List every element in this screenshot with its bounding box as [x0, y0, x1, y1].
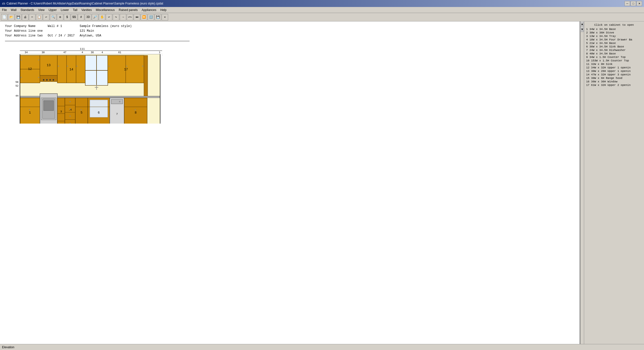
toolbar-button-17[interactable]: →: [120, 14, 126, 21]
toolbar-button-21[interactable]: 🔢: [148, 14, 154, 21]
svg-rect-22: [40, 75, 57, 82]
svg-point-46: [108, 66, 110, 67]
svg-point-48: [142, 66, 143, 67]
right-scroll[interactable]: ▲ ▼: [580, 22, 584, 344]
maximize-button[interactable]: □: [630, 1, 636, 6]
svg-rect-13: [20, 69, 40, 83]
cabinet-list-item[interactable]: 1 34W x 34.5H Base: [584, 28, 644, 31]
cabinet-list-item[interactable]: 16 36W x 36H Window: [584, 80, 644, 83]
toolbar-button-19[interactable]: ⏮: [134, 14, 140, 21]
toolbar-button-5[interactable]: 📋: [36, 14, 42, 21]
toolbar-button-10[interactable]: $$: [71, 14, 77, 21]
titlebar-controls[interactable]: ─ □ ✕: [624, 1, 642, 6]
toolbar-button-2[interactable]: 💾: [15, 14, 22, 21]
toolbar-button-3[interactable]: 🖨: [22, 14, 28, 21]
close-button[interactable]: ✕: [636, 1, 642, 6]
city-state: Anytown, USA: [80, 34, 137, 38]
address1-label: Your Address line one: [5, 29, 48, 34]
svg-point-24: [46, 79, 48, 81]
menu-item-standards[interactable]: Standards: [18, 7, 36, 13]
cabinet-list-item[interactable]: 14 47W x 32H Upper 3 openin: [584, 73, 644, 76]
toolbar-button-9[interactable]: $: [64, 14, 70, 21]
cabinet-list-item[interactable]: 5 21W x 34.5H Base: [584, 42, 644, 45]
svg-point-26: [53, 79, 54, 81]
company-label: Your Company Name: [5, 24, 48, 29]
toolbar-button-14[interactable]: ✋: [99, 14, 105, 21]
toolbar-button-22[interactable]: 💾: [155, 14, 161, 21]
menu-item-help[interactable]: Help: [158, 7, 168, 13]
toolbar-button-23[interactable]: ✕: [162, 14, 168, 21]
cabinet-list-item[interactable]: 3 13W x 34.5H Tray: [584, 35, 644, 38]
menu-item-raised panels[interactable]: Raised panels: [117, 7, 140, 13]
svg-point-23: [43, 79, 44, 81]
svg-point-72: [70, 101, 70, 102]
svg-text:1: 1: [159, 51, 160, 54]
menu-item-tall[interactable]: Tall: [71, 7, 79, 13]
cabinet-list-item[interactable]: 10 153W x 1.5H Counter Top: [584, 59, 644, 62]
svg-text:58: 58: [16, 81, 18, 84]
menu-item-appliances[interactable]: Appliances: [140, 7, 158, 13]
svg-text:7: 7: [116, 113, 118, 116]
menu-item-wall[interactable]: Wall: [9, 7, 18, 13]
elevation-container: 111 34 30 47 4 36 4 61 1 12: [8, 46, 572, 124]
svg-text:44: 44: [16, 95, 18, 97]
cabinet-list-item[interactable]: 8 40W x 34.5H Base: [584, 52, 644, 56]
cabinet-list-item[interactable]: 6 36W x 34.5H Sink Base: [584, 45, 644, 49]
svg-rect-43: [108, 56, 126, 83]
cabinet-list-item[interactable]: 9 34W x 1.5H Counter Top: [584, 56, 644, 59]
menubar: FileWallStandardsViewUpperLowerTallVanit…: [0, 7, 644, 13]
toolbar-button-15[interactable]: ↩: [106, 14, 112, 21]
toolbar-button-18[interactable]: ↩↪: [127, 14, 133, 21]
elevation-svg[interactable]: 111 34 30 47 4 36 4 61 1 12: [8, 46, 162, 124]
menu-item-upper[interactable]: Upper: [47, 7, 59, 13]
svg-rect-30: [76, 56, 85, 83]
cabinet-list-item[interactable]: 13 30W x 26H Upper 1 openin: [584, 69, 644, 73]
toolbar-button-11[interactable]: #: [78, 14, 84, 21]
toolbar-button-1[interactable]: 📂: [8, 14, 14, 21]
cabinet-list-items: 1 34W x 34.5H Base2 30W x 36H Stove3 13W…: [584, 28, 644, 87]
svg-rect-44: [126, 56, 144, 83]
cabinet-list-item[interactable]: 17 61W x 32H Upper 2 openin: [584, 83, 644, 87]
header-divider: [5, 41, 190, 41]
svg-point-25: [50, 79, 51, 81]
cabinet-list-item[interactable]: 2 30W x 36H Stove: [584, 31, 644, 35]
toolbar-button-12[interactable]: 3D: [85, 14, 91, 21]
toolbar-button-7[interactable]: 🔍: [50, 14, 56, 21]
toolbar-button-4[interactable]: ✂: [29, 14, 36, 21]
svg-text:6: 6: [98, 111, 100, 115]
cabinet-list-item[interactable]: 7 24W x 34.5H Dishwasher: [584, 49, 644, 52]
svg-text:4: 4: [102, 51, 103, 54]
svg-rect-81: [90, 100, 108, 117]
cabinet-list-item[interactable]: 4 18W x 34.5H Four Drawer Ba: [584, 38, 644, 42]
menu-item-vanities[interactable]: Vanities: [79, 7, 94, 13]
toolbar-button-16[interactable]: ↪: [113, 14, 119, 21]
svg-text:17: 17: [124, 68, 128, 71]
svg-point-18: [38, 77, 39, 78]
menu-item-view[interactable]: View: [36, 7, 47, 13]
minimize-button[interactable]: ─: [624, 1, 630, 6]
address2-label: Your Address line two: [5, 34, 48, 38]
menu-item-lower[interactable]: Lower: [58, 7, 71, 13]
svg-text:1: 1: [162, 54, 162, 56]
toolbar-button-8[interactable]: ⚙: [57, 14, 63, 21]
svg-text:5: 5: [80, 111, 82, 115]
svg-point-16: [21, 77, 22, 78]
svg-text:34: 34: [25, 51, 28, 54]
cabinet-list-item[interactable]: 11 32W x 0H Sink: [584, 62, 644, 66]
toolbar-button-20[interactable]: ⏩: [141, 14, 147, 21]
cabinet-list-item[interactable]: 12 34W x 32H Upper 1 openin: [584, 66, 644, 69]
date-value: Oct / 24 / 2017: [48, 34, 80, 38]
menu-item-file[interactable]: File: [0, 7, 9, 13]
svg-text:3: 3: [60, 110, 62, 113]
svg-text:61: 61: [118, 51, 121, 54]
title-bar: 🗃 Cabinet Planner - C:\Users\Robert McAl…: [0, 0, 644, 7]
svg-point-56: [29, 109, 30, 110]
menu-item-miscellaneous[interactable]: Miscellaneous: [94, 7, 117, 13]
toolbar-button-0[interactable]: 📄: [1, 14, 8, 21]
cabinet-list-item[interactable]: 15 30W x 6H Range hood: [584, 76, 644, 80]
svg-point-15: [21, 59, 22, 60]
toolbar-button-13[interactable]: 🔎: [92, 14, 98, 21]
svg-rect-49: [144, 56, 148, 97]
svg-text:1: 1: [29, 111, 31, 115]
toolbar-button-6[interactable]: ↩: [43, 14, 50, 21]
